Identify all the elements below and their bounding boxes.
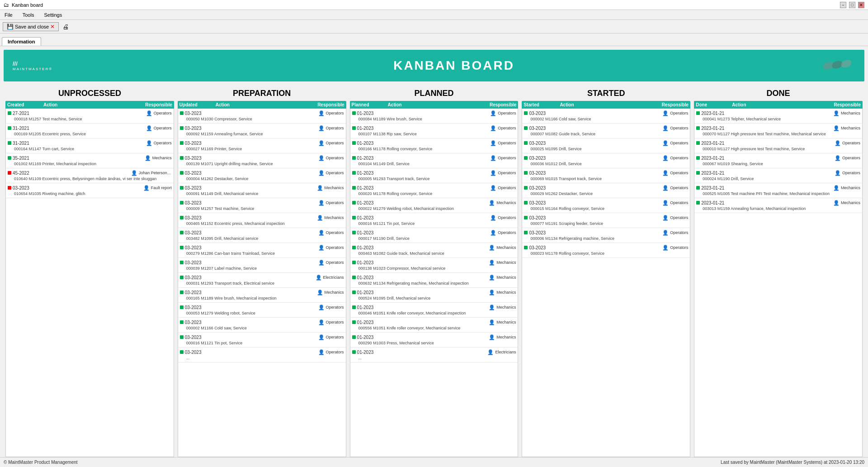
person-avatar-icon: 👤 <box>833 200 840 206</box>
kanban-item[interactable]: 03-2023👤Operators000009 M1257 Test machi… <box>178 198 346 213</box>
tab-information[interactable]: Information <box>2 37 41 46</box>
kanban-item[interactable]: 03-2023👤Operators... <box>178 348 346 362</box>
col-body-planned[interactable]: 01-2023👤Operators000084 M1189 Wire brush… <box>350 109 519 457</box>
kanban-item[interactable]: 03-2023👤Mechanics000465 M1152 Eccentric … <box>178 213 346 228</box>
item-responsible: Operators <box>326 156 344 160</box>
kanban-item[interactable]: 01-2023👤Operators000017 M1190 Drill, Ser… <box>350 228 518 243</box>
restore-button[interactable]: □ <box>849 2 855 8</box>
kanban-item[interactable]: 2023-01-21👤Mechanics003013 M1159 Anneali… <box>694 198 862 213</box>
item-responsible: Mechanics <box>325 215 344 220</box>
item-detail: 000165 M1189 Wire brush, Mechanical insp… <box>180 296 344 301</box>
kanban-item[interactable]: 03-2023👤Operators000027 M1169 Printer, S… <box>178 138 346 153</box>
item-date: 03-2023 <box>529 230 546 235</box>
item-date: 01-2023 <box>357 350 374 355</box>
kanban-item[interactable]: 2023-01-21👤Mechanics000070 M1127 High pr… <box>694 124 862 138</box>
person-avatar-icon: 👤 <box>833 125 840 131</box>
kanban-item[interactable]: 01-2023👤Operators000016 M1121 Tin pot, S… <box>350 213 518 228</box>
item-date: 03-2023 <box>529 111 546 116</box>
person-avatar-icon: 👤 <box>662 185 669 191</box>
save-close-button[interactable]: 💾 Save and close ✕ <box>3 22 59 31</box>
item-detail: 000031 M1293 Transport track, Electrical… <box>180 281 344 286</box>
status-dot <box>696 186 700 190</box>
kanban-item[interactable]: 01-2023👤Mechanics000463 M1082 Guide trac… <box>350 243 518 258</box>
kanban-item[interactable]: 03-2023👤Mechanics000165 M1189 Wire brush… <box>178 288 346 303</box>
kanban-item[interactable]: 03-2023👤Operators003482 M1095 Drill, Mec… <box>178 228 346 243</box>
kanban-item[interactable]: 03-2023👤Operators000006 M1134 Refrigerat… <box>522 228 690 243</box>
item-responsible: Mechanics <box>496 320 516 324</box>
item-detail: 000041 M1273 Telpher, Mechanical service <box>696 117 860 122</box>
kanban-item[interactable]: 03-2023👤Operators000007 M1082 Guide trac… <box>522 124 690 138</box>
kanban-item[interactable]: 31-2021👤Operators000164 M1147 Turn cart,… <box>6 138 174 153</box>
item-detail: 000009 M1257 Test machine, Service <box>180 206 344 212</box>
kanban-item[interactable]: 03-2023👤Operators000029 M1262 Destacker,… <box>522 183 690 198</box>
kanban-item[interactable]: 45-2022👤Johan Peterson (A...010640 M1109… <box>6 168 174 183</box>
menu-file[interactable]: File <box>2 11 15 19</box>
kanban-item[interactable]: 03-2023👤Operators000002 M1166 Cold saw, … <box>522 109 690 124</box>
kanban-item[interactable]: 01-2023👤Operators000084 M1189 Wire brush… <box>350 109 518 124</box>
kanban-item[interactable]: 03-2023👤Mechanics000091 M1149 Drill, Mec… <box>178 183 346 198</box>
item-responsible: Operators <box>326 230 344 235</box>
item-detail: 000525 M1005 Test machine PFI Test machi… <box>696 191 860 197</box>
kanban-item[interactable]: 01-2023👤Operators000107 M1138 Rip saw, S… <box>350 124 518 138</box>
col-body-preparation[interactable]: 03-2023👤Operators000050 M1030 Compressor… <box>178 109 346 457</box>
person-avatar-icon: 👤 <box>662 155 669 161</box>
kanban-item[interactable]: 03-2023👤Operators000077 M1191 Scraping f… <box>522 213 690 228</box>
kanban-item[interactable]: 01-2023👤Electricians... <box>350 348 518 362</box>
kanban-item[interactable]: 03-2023👤Operators000139 M1071 Upright dr… <box>178 153 346 168</box>
status-dot <box>352 171 356 175</box>
kanban-item[interactable]: 01-2023👤Operators000020 M1178 Rolling co… <box>350 183 518 198</box>
kanban-item[interactable]: 01-2023👤Mechanics000524 M1095 Drill, Mec… <box>350 288 518 303</box>
person-avatar-icon: 👤 <box>146 110 152 116</box>
kanban-item[interactable]: 03-2023👤Operators000279 M1286 Can-ban tr… <box>178 243 346 258</box>
kanban-item[interactable]: 35-2021👤Mechanics001002 M1169 Printer, M… <box>6 153 174 168</box>
kanban-item[interactable]: 2023-01-21👤Operators000010 M1127 High pr… <box>694 138 862 153</box>
kanban-item[interactable]: 27-2021👤Operators000018 M1257 Test machi… <box>6 109 174 124</box>
minimize-button[interactable]: − <box>840 2 846 8</box>
kanban-item[interactable]: 03-2023👤Operators000002 M1166 Cold saw, … <box>178 318 346 333</box>
kanban-item[interactable]: 01-2023👤Mechanics000138 M1023 Compressor… <box>350 258 518 273</box>
kanban-item[interactable]: 01-2023👤Mechanics000290 M1003 Press, Mec… <box>350 333 518 348</box>
item-detail: 000465 M1152 Eccentric press, Mechanical… <box>180 221 344 227</box>
status-dot <box>696 141 700 145</box>
kanban-item[interactable]: 03-2023👤Operators000050 M1030 Compressor… <box>178 109 346 124</box>
kanban-item[interactable]: 03-2023👤Operators000025 M1095 Drill, Ser… <box>522 138 690 153</box>
kanban-item[interactable]: 01-2023👤Operators000166 M1178 Rolling co… <box>350 138 518 153</box>
col-body-started[interactable]: 03-2023👤Operators000002 M1166 Cold saw, … <box>522 109 690 457</box>
kanban-item[interactable]: 2023-01-21👤Operators000067 M1019 Shearin… <box>694 153 862 168</box>
kanban-item[interactable]: 03-2023👤Operators000053 M1279 Welding ro… <box>178 303 346 318</box>
item-date: 03-2023 <box>529 215 546 220</box>
status-dot <box>352 201 356 205</box>
menu-settings[interactable]: Settings <box>41 11 65 19</box>
menu-tools[interactable]: Tools <box>20 11 37 19</box>
item-detail: 000053 M1279 Welding robot, Service <box>180 311 344 316</box>
banner: /// MAINTMASTER® KANBAN BOARD <box>4 50 864 81</box>
kanban-item[interactable]: 03-2023👤Fault report010654 M1035 Rivetin… <box>6 183 174 198</box>
item-date: 35-2021 <box>13 156 29 161</box>
kanban-item[interactable]: 2023-01-21👤Operators000024 M1190 Drill, … <box>694 168 862 183</box>
kanban-item[interactable]: 03-2023👤Operators000092 M1159 Annealing … <box>178 124 346 138</box>
kanban-item[interactable]: 03-2023👤Operators000039 M1207 Label mach… <box>178 258 346 273</box>
kanban-item[interactable]: 01-2023👤Operators000005 M1293 Transport … <box>350 168 518 183</box>
kanban-item[interactable]: 03-2023👤Operators000004 M1262 Destacker,… <box>178 168 346 183</box>
kanban-item[interactable]: 31-2021👤Operators000169 M1205 Eccentric … <box>6 124 174 138</box>
kanban-item[interactable]: 2023-01-21👤Mechanics000525 M1005 Test ma… <box>694 183 862 198</box>
col-body-done[interactable]: 2023-01-21👤Mechanics000041 M1273 Telpher… <box>694 109 863 457</box>
kanban-item[interactable]: 01-2023👤Mechanics000632 M1134 Refrigerat… <box>350 273 518 288</box>
person-avatar-icon: 👤 <box>318 244 325 251</box>
kanban-item[interactable]: 01-2023👤Mechanics000556 M1051 Knife roll… <box>350 318 518 333</box>
kanban-item[interactable]: 2023-01-21👤Mechanics000041 M1273 Telpher… <box>694 109 862 124</box>
kanban-item[interactable]: 03-2023👤Operators000069 M1015 Transport … <box>522 168 690 183</box>
kanban-item[interactable]: 03-2023👤Operators000023 M1178 Rolling co… <box>522 243 690 258</box>
kanban-item[interactable]: 01-2023👤Operators000104 M1149 Drill, Ser… <box>350 153 518 168</box>
kanban-item[interactable]: 03-2023👤Operators000015 M1164 Rolling co… <box>522 198 690 213</box>
kanban-item[interactable]: 01-2023👤Mechanics000046 M1051 Knife roll… <box>350 303 518 318</box>
kanban-item[interactable]: 01-2023👤Mechanics000022 M1279 Welding ro… <box>350 198 518 213</box>
person-avatar-icon: 👤 <box>317 289 323 295</box>
close-button[interactable]: ✕ <box>858 2 864 8</box>
item-date: 01-2023 <box>357 186 374 191</box>
kanban-item[interactable]: 03-2023👤Operators000036 M1012 Drill, Ser… <box>522 153 690 168</box>
kanban-item[interactable]: 03-2023👤Electricians000031 M1293 Transpo… <box>178 273 346 288</box>
item-date: 27-2021 <box>13 111 29 116</box>
col-body-unprocessed[interactable]: 27-2021👤Operators000018 M1257 Test machi… <box>5 109 174 457</box>
kanban-item[interactable]: 03-2023👤Operators000016 M1121 Tin pot, S… <box>178 333 346 348</box>
